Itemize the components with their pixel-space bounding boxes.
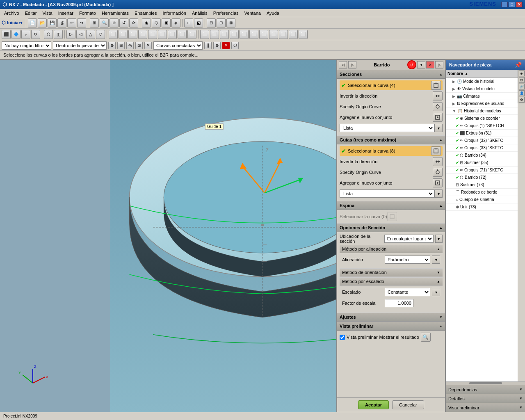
filter-btn-8[interactable]: ✕	[222, 42, 230, 49]
tb2-7[interactable]: ▷	[66, 30, 75, 39]
tb2-14[interactable]: ⬜	[138, 30, 147, 39]
tb2-13[interactable]: ⬜	[128, 30, 137, 39]
filter-btn-7[interactable]: ⊕	[213, 42, 221, 49]
tb2-16[interactable]: ⬜	[158, 30, 167, 39]
menu-analisis[interactable]: Análisis	[189, 10, 210, 16]
nav-item-croquis33[interactable]: ✔ ✏ Croquis (33) "SKETC	[446, 144, 518, 152]
menu-vista[interactable]: Vista	[40, 10, 55, 16]
escalado-arrow[interactable]: ▾	[432, 288, 440, 296]
tb2-15[interactable]: ⬜	[148, 30, 157, 39]
tb2-21[interactable]: ⬜	[210, 30, 219, 39]
nav-item-historial-modelos[interactable]: ▼ 📋 Historial de modelos	[446, 107, 518, 115]
tb2-18[interactable]: ⬜	[178, 30, 187, 39]
cancelar-button[interactable]: Cancelar	[392, 400, 424, 409]
nav-side-btn-5[interactable]: ⚙	[519, 97, 525, 103]
dialog-expand-btn[interactable]: ▷	[435, 61, 443, 68]
filter-select-1[interactable]: No hay ningún filtro	[2, 41, 51, 50]
tb-render3[interactable]: ▣	[162, 18, 171, 27]
tb-box[interactable]: □	[184, 18, 193, 27]
guias-origin-btn[interactable]	[433, 168, 443, 177]
guias-invert-btn[interactable]	[433, 157, 443, 166]
menu-herramientas[interactable]: Herramientas	[99, 10, 131, 16]
vista-checkbox[interactable]	[340, 335, 345, 340]
nav-forward[interactable]: ▷	[348, 61, 356, 68]
tb2-12[interactable]: ⬜	[119, 30, 128, 39]
nav-item-croquis71[interactable]: ✔ ✏ Croquis (71) "SKETC	[446, 167, 518, 174]
tb-undo[interactable]: ↩	[67, 18, 76, 27]
filter-btn-6[interactable]: ‖	[204, 42, 212, 49]
tb2-30[interactable]: ⬜	[299, 30, 308, 39]
tb-view3[interactable]: ⊕	[110, 18, 119, 27]
secciones-lista-row[interactable]: Lista ▾	[340, 123, 443, 132]
menu-archivo[interactable]: Archivo	[2, 10, 22, 16]
guias-select-btn[interactable]	[431, 146, 441, 155]
tb-view1[interactable]: ⊞	[90, 18, 99, 27]
filter-btn-5[interactable]: ✕	[144, 42, 152, 49]
nav-item-sustraer73[interactable]: ⊟ Sustraer (73)	[446, 181, 518, 189]
nav-item-cuerpo[interactable]: ⬦ Cuerpo de simetria	[446, 196, 518, 203]
tb2-20[interactable]: ⬜	[200, 30, 209, 39]
filter-btn-9[interactable]: ⬡	[231, 42, 239, 49]
filter-btn-3[interactable]: ◎	[126, 42, 134, 49]
tb-plane1[interactable]: ⊟	[207, 18, 216, 27]
tb2-5[interactable]: ⬡	[44, 30, 53, 39]
guias-lista-row[interactable]: Lista ▾	[340, 189, 443, 198]
tb2-6[interactable]: ◫	[54, 30, 63, 39]
nav-item-sustraer35[interactable]: ✔ ⊟ Sustraer (35)	[446, 159, 518, 167]
dialog-refresh-btn[interactable]: ↺	[407, 60, 416, 69]
tb2-10[interactable]: ▽	[96, 30, 105, 39]
factor-input[interactable]	[385, 299, 413, 307]
guias-addset-btn[interactable]	[433, 178, 443, 187]
tb2-9[interactable]: △	[86, 30, 95, 39]
alineacion-arrow[interactable]: ▾	[432, 256, 440, 264]
guias-invert-row[interactable]: Invertir la dirección	[340, 157, 443, 167]
secciones-lista-arrow[interactable]: ▾	[434, 124, 443, 132]
aceptar-button[interactable]: Aceptar	[358, 400, 389, 409]
tb-new[interactable]: 📄	[28, 18, 37, 27]
orientacion-subheader[interactable]: Método de orientación ▼	[340, 268, 443, 276]
tb2-4[interactable]: ⟳	[31, 30, 40, 39]
dialog-menu-btn[interactable]: ▾	[417, 61, 425, 68]
nav-item-camaras[interactable]: ▶ 📷 Cámaras	[446, 93, 518, 100]
secciones-invert-row[interactable]: Invertir la dirección	[340, 91, 443, 101]
tb2-1[interactable]: ⬛	[2, 30, 11, 39]
tb-render4[interactable]: ◈	[171, 18, 180, 27]
tb2-25[interactable]: ⬜	[249, 30, 258, 39]
tb2-22[interactable]: ⬜	[220, 30, 229, 39]
menu-preferencias[interactable]: Preferencias	[211, 10, 241, 16]
minimize-button[interactable]: _	[501, 2, 508, 7]
nav-side-btn-1[interactable]: ⊕	[519, 71, 525, 76]
menu-informacion[interactable]: Información	[160, 10, 188, 16]
ajustes-header[interactable]: Ajustes ▼	[337, 313, 445, 322]
tb2-27[interactable]: ⬜	[269, 30, 278, 39]
nav-item-barrido72[interactable]: ✔ ⬡ Barrido (72)	[446, 174, 518, 181]
ubicacion-select[interactable]: En cualquier lugar a lo	[384, 235, 434, 243]
filter-btn-4[interactable]: ⊠	[135, 42, 143, 49]
alineacion-subheader[interactable]: Método por alineación ▲	[340, 245, 443, 253]
tb2-2[interactable]: 🔷	[11, 30, 21, 39]
tb2-8[interactable]: ◁	[76, 30, 85, 39]
tb-view2[interactable]: 🔍	[100, 18, 109, 27]
dependencias-section[interactable]: Dependencias ▼	[446, 385, 525, 394]
espina-header[interactable]: Espina ▲	[337, 201, 445, 210]
detalles-section[interactable]: Detalles ▼	[446, 394, 525, 403]
nav-side-btn-2[interactable]: ⊟	[519, 77, 525, 83]
tb-render2[interactable]: ⬡	[152, 18, 161, 27]
secciones-header[interactable]: Secciones ▲	[337, 70, 445, 79]
guias-lista-arrow[interactable]: ▾	[434, 189, 443, 198]
tb-view5[interactable]: ⟳	[129, 18, 138, 27]
tb-save[interactable]: 💾	[48, 18, 57, 27]
vista-header[interactable]: Vista preliminar ▲	[337, 322, 445, 331]
title-bar-controls[interactable]: _ □ ✕	[501, 2, 523, 7]
filter-select-3[interactable]: Curvas conectadas	[153, 41, 203, 50]
tb-open[interactable]: 📂	[38, 18, 47, 27]
tb2-17[interactable]: ⬜	[168, 30, 177, 39]
tb-redo[interactable]: ↪	[77, 18, 86, 27]
escalado-subheader[interactable]: Método por escalado ▲	[340, 277, 443, 285]
tb-print[interactable]: 🖨	[57, 18, 66, 27]
secciones-select-btn[interactable]	[431, 81, 441, 90]
menu-formato[interactable]: Formato	[77, 10, 98, 16]
guias-lista-select[interactable]: Lista	[340, 189, 434, 198]
tb-view4[interactable]: ↺	[119, 18, 128, 27]
vista-nav-section[interactable]: Vista preliminar ▼	[446, 403, 525, 412]
